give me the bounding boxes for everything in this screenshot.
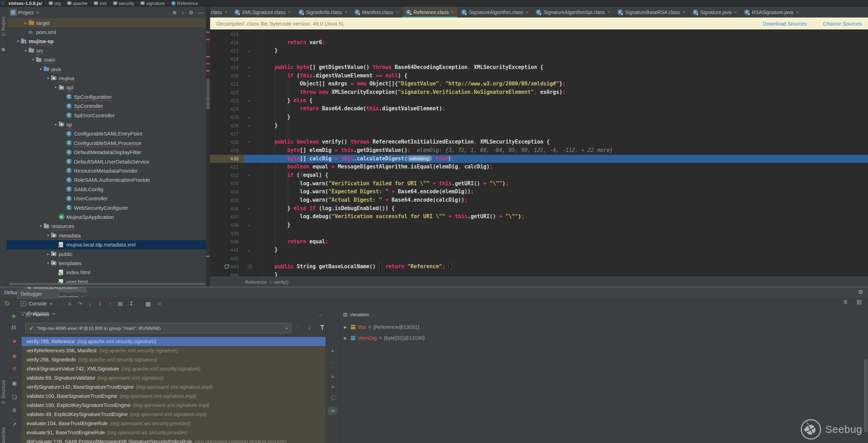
code-line[interactable]: 434 log.warn("Expected Digest: " + Base6… bbox=[210, 188, 868, 196]
frame-row[interactable]: verifyReferences:336, Manifest(org.apach… bbox=[22, 346, 326, 355]
debug-settings-gear-icon[interactable]: ⚙ bbox=[858, 289, 863, 295]
chevron-expanded-icon[interactable]: ▾ bbox=[45, 76, 51, 81]
line-number[interactable]: 435 bbox=[210, 196, 244, 205]
code-line[interactable]: 425▴ } bbox=[210, 113, 868, 122]
tree-item-spconfiguration[interactable]: CSpConfiguration bbox=[7, 92, 206, 101]
code-line[interactable]: 422 throw new XMLSecurityException("sign… bbox=[210, 88, 868, 97]
editor-tab-signedinfo-class[interactable]: CSignedInfo.class× bbox=[295, 7, 351, 18]
tree-item-mujina-sp[interactable]: ▾mujina-sp bbox=[7, 37, 206, 46]
show-execution-point-icon[interactable]: ≡ bbox=[68, 301, 71, 307]
fold-marker[interactable]: ▾ bbox=[244, 99, 262, 103]
code-line[interactable]: 429 byte[] elemDig = this.getDigestValue… bbox=[210, 146, 868, 155]
current-execution-line[interactable]: 430 byte[] calcDig = this.calculateDiges… bbox=[210, 155, 868, 163]
add-watch-button[interactable]: + bbox=[326, 348, 339, 354]
close-icon[interactable]: × bbox=[80, 287, 83, 290]
code-line[interactable]: 415 bbox=[210, 30, 868, 39]
chevron-collapsed-icon[interactable]: ▸ bbox=[45, 252, 51, 256]
tree-item-mujina-local-idp-metadata-xml[interactable]: <>mujina.local.idp.metadata.xml bbox=[7, 240, 206, 249]
variable-row-this[interactable]: ▶this={Reference@13031} bbox=[339, 322, 868, 332]
chevron-expanded-icon[interactable]: ▾ bbox=[38, 224, 44, 228]
frame-row[interactable]: doEvaluate:128, SAMLProtocolMessageXMLSi… bbox=[22, 437, 326, 443]
scrollbar-thumb[interactable] bbox=[206, 79, 210, 110]
line-number[interactable]: 446 bbox=[210, 271, 244, 277]
error-stripe-mark[interactable] bbox=[206, 70, 210, 71]
tree-item-defaultsamluserdetailsservice[interactable]: CDefaultSAMLUserDetailsService bbox=[7, 157, 206, 166]
fold-plus-icon[interactable]: + bbox=[248, 265, 252, 269]
line-number[interactable]: 439 bbox=[210, 229, 244, 238]
line-number[interactable]: 417 bbox=[210, 47, 244, 55]
tree-item-src[interactable]: ▾src bbox=[7, 46, 206, 55]
fold-marker[interactable]: ▾ bbox=[244, 173, 262, 177]
error-stripe-mark[interactable] bbox=[206, 63, 210, 64]
line-number[interactable]: 422 bbox=[210, 88, 244, 97]
frame-row[interactable]: validate:69, SignatureValidator(org.open… bbox=[22, 373, 326, 382]
close-icon[interactable]: × bbox=[607, 10, 610, 15]
line-number[interactable]: 442 bbox=[210, 254, 244, 263]
line-number[interactable]: 426 bbox=[210, 122, 244, 130]
tree-item-index-html[interactable]: index.html bbox=[7, 268, 206, 277]
line-number[interactable]: 425 bbox=[210, 113, 244, 122]
line-number[interactable]: 418 bbox=[210, 55, 244, 63]
breadcrumb-item[interactable]: apache bbox=[67, 1, 88, 6]
editor-tab-signaturealgorithm-class[interactable]: CSignatureAlgorithm.class× bbox=[458, 7, 532, 18]
breadcrumb-item[interactable]: signature bbox=[140, 1, 165, 6]
project-horizontal-scrollbar[interactable] bbox=[9, 283, 206, 285]
project-view-selector[interactable]: Project ▾ bbox=[10, 9, 39, 15]
close-icon[interactable]: × bbox=[526, 10, 528, 15]
line-number[interactable]: 434 bbox=[210, 188, 244, 196]
code-line[interactable]: 420▾ if (this.digestValueElement == null… bbox=[210, 72, 868, 80]
code-line[interactable]: 418 bbox=[210, 55, 868, 63]
code-line[interactable]: 436▾ } else if (log.isDebugEnabled()) { bbox=[210, 205, 868, 213]
code-line[interactable]: 435 log.warn("Actual Digest: " + Base64.… bbox=[210, 196, 868, 205]
tree-item-templates[interactable]: ▾templates bbox=[7, 258, 206, 268]
tree-item-configurablesamlprocessor[interactable]: CConfigurableSAMLProcessor bbox=[7, 138, 206, 147]
debug-toolbar-tab-debugger[interactable]: Debugger bbox=[17, 289, 59, 299]
frame-row[interactable]: validate:100, ExplicitKeySignatureTrustE… bbox=[22, 401, 326, 410]
code-line[interactable]: 417▴ } bbox=[210, 47, 868, 55]
tree-item-rolesamlauthenticationprovide[interactable]: CRoleSAMLAuthenticationProvide bbox=[7, 175, 206, 185]
trace-icon[interactable]: ≋ bbox=[157, 301, 162, 307]
breadcrumb-method[interactable]: verify() bbox=[274, 279, 289, 285]
move-up-button[interactable]: ▲ bbox=[326, 373, 339, 379]
breadcrumb-item[interactable]: xmlsec-1.5.8.jar bbox=[8, 1, 42, 6]
pause-button[interactable]: ▌▌ bbox=[7, 325, 22, 329]
previous-frame-icon[interactable]: ↑ bbox=[297, 324, 300, 330]
collapse-all-icon[interactable]: ↕ bbox=[181, 10, 184, 15]
code-line[interactable]: 442 bbox=[210, 254, 868, 263]
tool-window-button-structure[interactable]: 2: Structure bbox=[1, 380, 6, 404]
close-icon[interactable]: × bbox=[796, 10, 799, 15]
line-number[interactable]: 419 bbox=[210, 63, 244, 72]
editor-tab-reference-class[interactable]: CReference.class× bbox=[402, 7, 458, 18]
fold-marker[interactable]: ▴ bbox=[244, 248, 262, 252]
tree-item-mujina[interactable]: ▾mujina bbox=[7, 74, 206, 83]
drop-frame-icon[interactable]: ⊠ bbox=[118, 301, 123, 307]
line-number[interactable]: 420 bbox=[210, 72, 244, 80]
close-icon[interactable]: × bbox=[683, 10, 685, 15]
chevron-expanded-icon[interactable]: ▾ bbox=[38, 67, 44, 71]
code-line[interactable]: 433 log.warn("Verification failed for UR… bbox=[210, 180, 868, 188]
line-number[interactable]: 432 bbox=[210, 171, 244, 180]
chevron-expanded-icon[interactable]: ▾ bbox=[23, 48, 29, 53]
hide-frames-icon[interactable]: → bbox=[318, 312, 322, 317]
chevron-expanded-icon[interactable]: ▾ bbox=[15, 39, 21, 43]
variable-row-elemDig[interactable]: ▶elemDig={byte[32]@13150} bbox=[339, 333, 868, 343]
line-number[interactable]: 441 bbox=[210, 246, 244, 254]
breadcrumb-class[interactable]: Reference bbox=[245, 279, 267, 285]
tree-item-configurablesamlentrypoint[interactable]: CConfigurableSAMLEntryPoint bbox=[7, 129, 206, 138]
line-number[interactable]: 415 bbox=[210, 30, 244, 39]
code-line[interactable]: 431 boolean equal = MessageDigestAlgorit… bbox=[210, 163, 868, 171]
evaluate-expression-icon[interactable]: ▦ bbox=[145, 301, 151, 307]
chevron-collapsed-icon[interactable]: ▸ bbox=[23, 21, 29, 25]
code-line[interactable]: 440 return equal; bbox=[210, 238, 868, 246]
editor-error-stripe[interactable] bbox=[206, 7, 210, 287]
chevron-expanded-icon[interactable]: ▾ bbox=[53, 122, 59, 127]
code-line[interactable]: 432▾ if (!equal) { bbox=[210, 171, 868, 180]
line-number[interactable]: 436 bbox=[210, 205, 244, 213]
tree-item-sperrorcontroller[interactable]: CSpErrorController bbox=[7, 111, 206, 120]
settings-icon[interactable]: ⚙ bbox=[189, 10, 193, 15]
breadcrumb-item[interactable]: org bbox=[49, 1, 61, 6]
editor-tab-signaturealgorithmspi-class[interactable]: CSignatureAlgorithmSpi.class× bbox=[532, 7, 614, 18]
editor-tab-xmlsignature-class[interactable]: CXMLSignature.class× bbox=[231, 7, 295, 18]
duplicate-watch-button[interactable] bbox=[326, 395, 339, 401]
code-line[interactable]: 426▴ } bbox=[210, 122, 868, 130]
